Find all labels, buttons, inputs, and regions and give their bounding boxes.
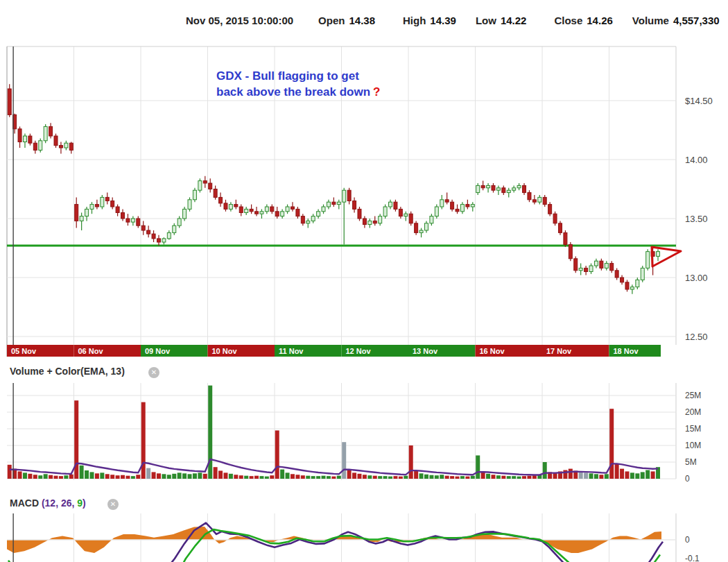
candle-body	[424, 223, 428, 230]
candle-body	[343, 190, 346, 202]
volume-bar	[579, 472, 583, 479]
volume-bar	[203, 474, 207, 479]
candle-body	[229, 205, 232, 210]
candle-body	[657, 252, 660, 257]
volume-bar	[517, 477, 521, 479]
candle-body	[456, 209, 459, 211]
candle-body	[131, 219, 135, 222]
header-low: Low14.22	[476, 15, 527, 26]
date-band-label: 13 Nov	[413, 347, 438, 355]
candle-body	[173, 225, 176, 232]
chart-annotation[interactable]: GDX - Bull flagging to get back above th…	[216, 68, 380, 100]
volume-bar	[33, 475, 37, 479]
volume-bar	[28, 474, 32, 479]
candle-body	[75, 205, 78, 221]
candle-body	[630, 287, 634, 289]
candle-body	[141, 225, 145, 230]
candle-body	[198, 181, 202, 191]
macd-close-button[interactable]: ✕	[107, 499, 119, 510]
candle-body	[558, 223, 562, 233]
candle-body	[8, 89, 11, 114]
candle-body	[409, 214, 413, 223]
candle-body	[311, 216, 315, 221]
candle-body	[435, 207, 438, 216]
candle-body	[162, 239, 166, 242]
volume-bar	[95, 473, 99, 479]
volume-bar	[286, 472, 290, 479]
volume-bar	[223, 472, 227, 479]
volume-bar	[250, 476, 254, 479]
candle-body	[389, 202, 392, 207]
volume-close-button[interactable]: ✕	[148, 367, 159, 378]
volume-bar	[507, 476, 511, 479]
pennant-drawing[interactable]	[652, 247, 681, 266]
candle-body	[270, 207, 274, 212]
candle-body	[337, 202, 340, 204]
candle-body	[445, 200, 449, 202]
volume-bar	[85, 470, 89, 479]
price-tick-label: 13.50	[685, 214, 708, 224]
candle-body	[105, 197, 109, 201]
volume-tick-label: 20M	[685, 407, 701, 417]
volume-bar	[280, 470, 284, 479]
volume-tick-label: 0	[685, 474, 690, 484]
candle-body	[415, 223, 418, 233]
volume-bar	[445, 476, 449, 479]
volume-bar	[630, 472, 634, 479]
date-band-label: 16 Nov	[480, 347, 505, 355]
volume-bar	[419, 473, 424, 479]
macd-tick-label: 0	[685, 535, 690, 545]
candle-body	[265, 207, 268, 212]
candle-body	[317, 212, 320, 216]
candle-body	[167, 232, 171, 239]
volume-bar	[177, 472, 182, 479]
volume-bar	[291, 474, 295, 479]
candle-body	[255, 212, 259, 214]
candle-body	[234, 205, 238, 207]
volume-bar	[424, 475, 428, 479]
volume-bar	[311, 476, 315, 479]
volume-bar	[49, 475, 53, 479]
candle-body	[528, 193, 531, 200]
volume-bar	[383, 476, 388, 479]
candle-body	[538, 197, 541, 202]
candle-body	[621, 278, 624, 282]
volume-bar	[569, 469, 573, 479]
date-band-label: 05 Nov	[11, 347, 37, 355]
volume-bar	[409, 445, 413, 479]
volume-bar	[259, 476, 263, 479]
volume-bar	[476, 455, 480, 479]
volume-bar	[605, 474, 609, 479]
volume-bar	[486, 474, 490, 479]
volume-bar	[363, 475, 367, 479]
candle-body	[101, 197, 104, 207]
price-tick-label: $14.50	[685, 96, 713, 106]
volume-bar	[54, 476, 58, 479]
candle-body	[471, 205, 474, 207]
volume-bar	[275, 430, 279, 479]
volume-bar	[327, 476, 331, 479]
date-band-label: 09 Nov	[145, 347, 171, 355]
candle-body	[610, 264, 614, 271]
candle-body	[49, 126, 53, 136]
candle-body	[224, 203, 227, 210]
volume-bar	[337, 476, 341, 479]
volume-bar	[172, 474, 176, 479]
volume-bar	[645, 470, 650, 479]
volume-bar	[234, 475, 238, 479]
candle-body	[347, 190, 351, 201]
candle-body	[512, 188, 516, 190]
volume-bar	[239, 475, 243, 479]
volume-bar	[244, 476, 248, 479]
candle-body	[332, 202, 336, 204]
volume-bar	[64, 475, 68, 479]
volume-bar	[229, 474, 233, 479]
volume-bar	[373, 476, 377, 479]
volume-bar	[399, 477, 403, 479]
candle-body	[209, 183, 212, 189]
candle-body	[18, 129, 21, 142]
candle-body	[507, 190, 510, 192]
candle-body	[111, 201, 114, 207]
volume-bar	[352, 472, 356, 479]
candle-body	[301, 216, 304, 223]
